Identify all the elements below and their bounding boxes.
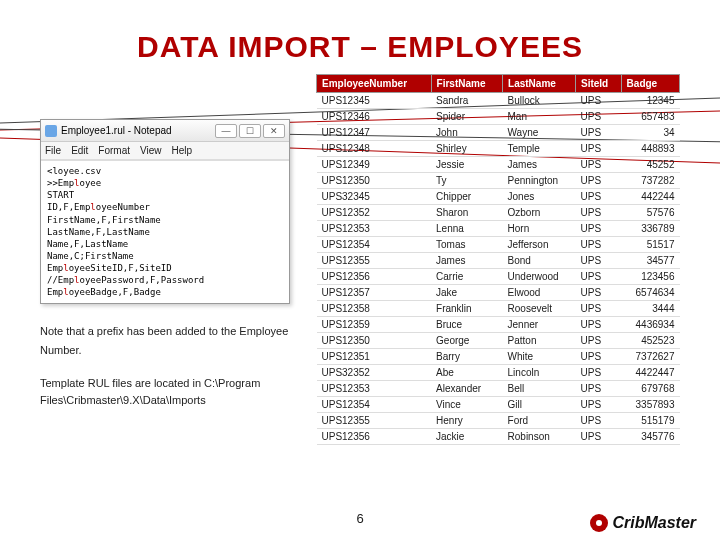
table-cell: Robinson (503, 429, 576, 445)
table-cell: 657483 (621, 109, 679, 125)
table-cell: Pennington (503, 173, 576, 189)
table-cell: UPS (575, 349, 621, 365)
table-cell: Sandra (431, 93, 502, 109)
table-cell: UPS (575, 301, 621, 317)
table-cell: George (431, 333, 502, 349)
table-cell: UPS12353 (317, 221, 432, 237)
table-cell: Patton (503, 333, 576, 349)
table-cell: Wayne (503, 125, 576, 141)
table-row: UPS12359BruceJennerUPS4436934 (317, 317, 680, 333)
table-cell: UPS12355 (317, 413, 432, 429)
table-cell: Henry (431, 413, 502, 429)
menu-help[interactable]: Help (172, 145, 193, 156)
notepad-line: <loyee.csv (47, 165, 283, 177)
page-title: DATA IMPORT – EMPLOYEES (40, 30, 680, 64)
table-cell: Jackie (431, 429, 502, 445)
table-cell: UPS (575, 173, 621, 189)
table-cell: White (503, 349, 576, 365)
table-header-cell: EmployeeNumber (317, 75, 432, 93)
menu-file[interactable]: File (45, 145, 61, 156)
notepad-icon (45, 125, 57, 137)
notepad-line: >>Employee (47, 177, 283, 189)
menu-edit[interactable]: Edit (71, 145, 88, 156)
table-cell: UPS12349 (317, 157, 432, 173)
table-row: UPS12347JohnWayneUPS34 (317, 125, 680, 141)
table-cell: UPS (575, 221, 621, 237)
table-row: UPS12356CarrieUnderwoodUPS123456 (317, 269, 680, 285)
table-header-cell: LastName (503, 75, 576, 93)
table-cell: 442244 (621, 189, 679, 205)
menu-view[interactable]: View (140, 145, 162, 156)
table-cell: UPS12353 (317, 381, 432, 397)
table-cell: 7372627 (621, 349, 679, 365)
table-cell: UPS12347 (317, 125, 432, 141)
table-cell: UPS12356 (317, 269, 432, 285)
table-cell: Tomas (431, 237, 502, 253)
notepad-line: Name,F,LastName (47, 238, 283, 250)
notepad-menubar: File Edit Format View Help (41, 142, 289, 160)
table-cell: Ford (503, 413, 576, 429)
table-cell: 448893 (621, 141, 679, 157)
table-cell: UPS12350 (317, 333, 432, 349)
table-cell: 345776 (621, 429, 679, 445)
table-row: UPS12354TomasJeffersonUPS51517 (317, 237, 680, 253)
table-cell: 123456 (621, 269, 679, 285)
table-cell: UPS (575, 397, 621, 413)
menu-format[interactable]: Format (98, 145, 130, 156)
table-cell: UPS (575, 365, 621, 381)
table-cell: 57576 (621, 205, 679, 221)
table-cell: UPS32345 (317, 189, 432, 205)
table-cell: Roosevelt (503, 301, 576, 317)
maximize-button[interactable]: ☐ (239, 124, 261, 138)
table-cell: Jake (431, 285, 502, 301)
table-cell: John (431, 125, 502, 141)
table-cell: 34577 (621, 253, 679, 269)
table-cell: UPS (575, 205, 621, 221)
table-cell: UPS12358 (317, 301, 432, 317)
table-cell: UPS12352 (317, 205, 432, 221)
table-cell: Jenner (503, 317, 576, 333)
table-row: UPS12354VinceGillUPS3357893 (317, 397, 680, 413)
table-cell: Ty (431, 173, 502, 189)
table-cell: Jessie (431, 157, 502, 173)
table-cell: UPS12359 (317, 317, 432, 333)
table-row: UPS12356JackieRobinsonUPS345776 (317, 429, 680, 445)
close-button[interactable]: ✕ (263, 124, 285, 138)
table-cell: Elwood (503, 285, 576, 301)
notepad-line: Name,C;FirstName (47, 250, 283, 262)
table-row: UPS12352SharonOzbornUPS57576 (317, 205, 680, 221)
table-cell: 452523 (621, 333, 679, 349)
table-cell: James (431, 253, 502, 269)
table-cell: Spider (431, 109, 502, 125)
table-cell: UPS32352 (317, 365, 432, 381)
table-cell: UPS12357 (317, 285, 432, 301)
table-cell: Gill (503, 397, 576, 413)
table-cell: UPS (575, 269, 621, 285)
table-row: UPS12358FranklinRooseveltUPS3444 (317, 301, 680, 317)
caption-template: Template RUL files are located in C:\Pro… (40, 375, 310, 408)
notepad-line: EmployeeSiteID,F,SiteID (47, 262, 283, 274)
table-cell: Vince (431, 397, 502, 413)
table-cell: Lincoln (503, 365, 576, 381)
table-cell: UPS (575, 141, 621, 157)
table-cell: Temple (503, 141, 576, 157)
table-cell: UPS12346 (317, 109, 432, 125)
table-cell: Bruce (431, 317, 502, 333)
table-header-cell: Badge (621, 75, 679, 93)
table-row: UPS12349JessieJamesUPS45252 (317, 157, 680, 173)
table-cell: Bell (503, 381, 576, 397)
table-cell: 515179 (621, 413, 679, 429)
table-cell: Bullock (503, 93, 576, 109)
table-cell: 4422447 (621, 365, 679, 381)
table-row: UPS12351BarryWhiteUPS7372627 (317, 349, 680, 365)
table-header-cell: FirstName (431, 75, 502, 93)
table-cell: 679768 (621, 381, 679, 397)
table-cell: Jefferson (503, 237, 576, 253)
table-row: UPS12353AlexanderBellUPS679768 (317, 381, 680, 397)
minimize-button[interactable]: — (215, 124, 237, 138)
table-cell: UPS12355 (317, 253, 432, 269)
table-cell: 51517 (621, 237, 679, 253)
table-cell: UPS (575, 381, 621, 397)
table-cell: UPS12345 (317, 93, 432, 109)
table-cell: 45252 (621, 157, 679, 173)
